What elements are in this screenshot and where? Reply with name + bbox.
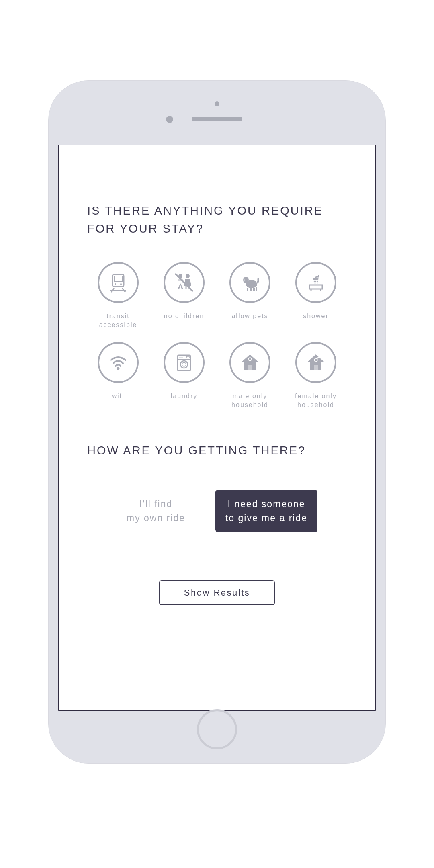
svg-point-3 xyxy=(120,283,122,285)
option-male-household[interactable]: male only household xyxy=(219,342,281,410)
svg-point-35 xyxy=(182,362,186,366)
female-household-icon xyxy=(295,342,336,383)
option-label: male only household xyxy=(219,392,281,410)
requirements-heading: IS THERE ANYTHING YOU REQUIRE FOR YOUR S… xyxy=(87,202,347,238)
svg-rect-33 xyxy=(186,356,189,358)
ride-options: I'll find my own ride I need someone to … xyxy=(87,490,347,532)
svg-rect-39 xyxy=(248,365,252,370)
wifi-icon xyxy=(98,342,139,383)
svg-point-24 xyxy=(315,283,317,284)
option-label: laundry xyxy=(171,392,197,401)
phone-speaker xyxy=(192,117,242,121)
option-female-household[interactable]: female only household xyxy=(285,342,347,410)
svg-point-31 xyxy=(180,356,181,358)
male-household-icon xyxy=(229,342,270,383)
svg-point-20 xyxy=(314,281,315,282)
transport-heading: HOW ARE YOU GETTING THERE? xyxy=(87,442,347,460)
ride-option-need[interactable]: I need someone to give me a ride xyxy=(215,490,317,532)
option-wifi[interactable]: wifi xyxy=(87,342,149,410)
pets-icon xyxy=(229,262,270,303)
phone-top-bezel xyxy=(58,96,376,133)
svg-rect-1 xyxy=(114,276,122,282)
svg-point-15 xyxy=(244,279,246,280)
svg-point-25 xyxy=(317,283,318,284)
option-allow-pets[interactable]: allow pets xyxy=(219,262,281,330)
ride-option-own[interactable]: I'll find my own ride xyxy=(117,490,195,532)
phone-home-button[interactable] xyxy=(197,709,237,749)
svg-point-34 xyxy=(180,361,188,368)
option-label: transit accessible xyxy=(87,312,149,330)
option-label: shower xyxy=(303,312,329,321)
svg-rect-44 xyxy=(314,365,318,370)
option-shower[interactable]: shower xyxy=(285,262,347,330)
svg-point-9 xyxy=(186,274,190,278)
requirements-grid: transit accessible no children xyxy=(87,262,347,410)
svg-point-32 xyxy=(182,356,183,358)
phone-sensor-dot xyxy=(166,116,173,123)
svg-point-22 xyxy=(317,281,318,282)
option-label: wifi xyxy=(112,392,124,401)
option-label: allow pets xyxy=(231,312,268,321)
show-results-button[interactable]: Show Results xyxy=(159,580,275,605)
svg-point-2 xyxy=(115,283,116,285)
phone-frame: IS THERE ANYTHING YOU REQUIRE FOR YOUR S… xyxy=(48,80,386,764)
phone-camera-dot xyxy=(215,101,219,106)
screen: IS THERE ANYTHING YOU REQUIRE FOR YOUR S… xyxy=(58,145,376,711)
laundry-icon xyxy=(164,342,205,383)
shower-icon xyxy=(295,262,336,303)
option-label: female only household xyxy=(285,392,347,410)
option-transit-accessible[interactable]: transit accessible xyxy=(87,262,149,330)
svg-point-23 xyxy=(314,283,315,284)
svg-point-21 xyxy=(315,281,317,282)
option-laundry[interactable]: laundry xyxy=(153,342,215,410)
transit-icon xyxy=(98,262,139,303)
no-children-icon xyxy=(164,262,205,303)
option-no-children[interactable]: no children xyxy=(153,262,215,330)
option-label: no children xyxy=(164,312,204,321)
svg-point-28 xyxy=(117,367,120,370)
